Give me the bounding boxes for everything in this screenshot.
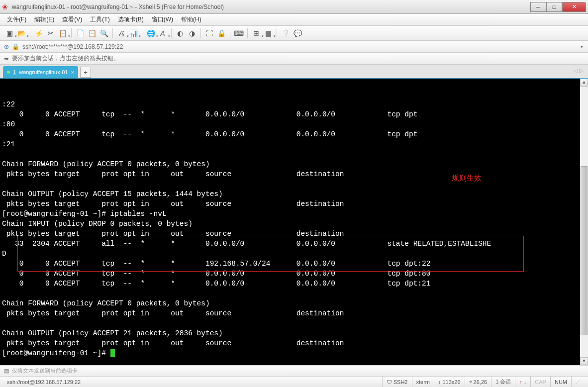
- fullscreen-icon[interactable]: ⛶: [204, 28, 215, 39]
- status-connection: ssh://root@192.168.57.129:22: [3, 377, 382, 387]
- annotation-label: 规则生效: [452, 173, 482, 183]
- paste-icon[interactable]: 📋: [87, 28, 98, 39]
- status-num: NUM: [550, 377, 571, 387]
- terminal-line: pkts bytes target prot opt in out source…: [2, 169, 586, 179]
- font-icon[interactable]: A: [157, 28, 168, 39]
- maximize-button[interactable]: □: [546, 2, 562, 12]
- terminal-line: 33 2304 ACCEPT all -- * * 0.0.0.0/0 0.0.…: [2, 239, 586, 249]
- terminal-line: 0 0 ACCEPT tcp -- * * 0.0.0.0/0 0.0.0.0/…: [2, 109, 586, 119]
- minimize-button[interactable]: ─: [530, 2, 546, 12]
- new-session-icon[interactable]: ▣: [4, 28, 15, 39]
- menu-file[interactable]: 文件(F): [4, 14, 29, 25]
- layout-icon[interactable]: ▦: [263, 28, 274, 39]
- disconnect-icon[interactable]: ✂: [45, 28, 56, 39]
- scroll-down-icon[interactable]: ▼: [580, 357, 588, 365]
- window-title: wangruifenglinux-01 - root@wangruifeng-0…: [12, 3, 530, 10]
- copy-icon[interactable]: 📄: [75, 28, 86, 39]
- terminal-line: [2, 149, 586, 159]
- palette-icon[interactable]: ◑: [187, 28, 197, 39]
- open-folder-icon[interactable]: 📂: [16, 28, 27, 39]
- window-controls: ─ □ ✕: [530, 2, 586, 12]
- terminal-line: :80: [2, 119, 586, 129]
- terminal-line: 0 0 ACCEPT tcp -- * * 0.0.0.0/0 0.0.0.0/…: [2, 279, 586, 289]
- terminal-line: [2, 289, 586, 298]
- terminal-line: pkts bytes target prot opt in out source…: [2, 229, 586, 239]
- statusbar: ssh://root@192.168.57.129:22 🛡 SSH2 xter…: [0, 376, 588, 387]
- terminal-line: pkts bytes target prot opt in out source…: [2, 338, 586, 348]
- keyboard-icon[interactable]: ⌨: [233, 28, 244, 39]
- compose-bar: ▧ 仅将文本发送到当前选项卡: [0, 365, 588, 376]
- infobar: ➥ 要添加当前会话，点击左侧的箭头按钮。: [0, 53, 588, 65]
- lock-icon: 🔒: [12, 43, 19, 50]
- terminal-line: [root@wangruifeng-01 ~]# iptables -nvL: [2, 209, 586, 219]
- terminal-line: [2, 179, 586, 189]
- terminal-line: Chain OUTPUT (policy ACCEPT 15 packets, …: [2, 189, 586, 199]
- menu-window[interactable]: 窗口(W): [149, 14, 176, 25]
- lock-icon[interactable]: 🔒: [216, 28, 227, 39]
- resize-grip-icon[interactable]: ⋰: [571, 377, 585, 387]
- scroll-up-icon[interactable]: ▲: [580, 79, 588, 87]
- scroll-thumb[interactable]: [581, 166, 588, 335]
- status-protocol: 🛡 SSH2: [382, 377, 412, 387]
- down-arrow-icon: ↓: [524, 379, 527, 385]
- titlebar: ❀ wangruifenglinux-01 - root@wangruifeng…: [0, 0, 588, 14]
- terminal-line: Chain INPUT (policy DROP 0 packets, 0 by…: [2, 219, 586, 229]
- bubble-icon[interactable]: 💬: [292, 28, 303, 39]
- pos-icon: ⌖: [469, 379, 472, 385]
- menu-tabs[interactable]: 选项卡(B): [115, 14, 147, 25]
- status-size: ↕ 113x26: [434, 377, 465, 387]
- tab-close-icon[interactable]: ×: [71, 69, 74, 75]
- color-icon[interactable]: ◐: [175, 28, 186, 39]
- terminal-line: Chain OUTPUT (policy ACCEPT 21 packets, …: [2, 328, 586, 338]
- status-traffic: ↑ ↓: [515, 377, 530, 387]
- addressbar: ⊕ 🔒 ssh://root:********@192.168.57.129:2…: [0, 41, 588, 53]
- tab-nav[interactable]: ◁ ▷: [574, 68, 583, 74]
- app-icon: ❀: [2, 3, 10, 11]
- reconnect-icon[interactable]: ⚡: [33, 28, 44, 39]
- terminal-line: 0 0 ACCEPT tcp -- * * 0.0.0.0/0 0.0.0.0/…: [2, 269, 586, 279]
- status-dot-icon: [7, 71, 10, 74]
- tab-label: wangruifenglinux-01: [19, 69, 68, 75]
- close-button[interactable]: ✕: [562, 2, 586, 12]
- compose-hint[interactable]: 仅将文本发送到当前选项卡: [12, 367, 78, 375]
- new-tab-button[interactable]: +: [80, 67, 91, 78]
- terminal-line: :22: [2, 99, 586, 109]
- tab-number: 1: [13, 69, 16, 75]
- address-url[interactable]: ssh://root:********@192.168.57.129:22: [22, 43, 123, 50]
- properties-icon[interactable]: 📋: [57, 28, 68, 39]
- toolbar: ▣ 📂 ⚡ ✂ 📋 📄 📋 🔍 🖨 📊 🌐 A ◐ ◑ ⛶ 🔒 ⌨ ⊞ ▦ ❔ …: [0, 26, 588, 41]
- terminal-line: :21: [2, 139, 586, 149]
- scrollbar[interactable]: ▲ ▼: [580, 79, 588, 365]
- scroll-track[interactable]: [580, 87, 588, 357]
- menu-help[interactable]: 帮助(H): [178, 14, 204, 25]
- terminal-line: Chain FORWARD (policy ACCEPT 0 packets, …: [2, 159, 586, 169]
- terminal-line: pkts bytes target prot opt in out source…: [2, 308, 586, 318]
- cursor-icon: [110, 349, 115, 357]
- status-pos: ⌖ 26,26: [465, 377, 491, 387]
- transfer-icon[interactable]: 🌐: [145, 28, 156, 39]
- terminal-line: Chain FORWARD (policy ACCEPT 0 packets, …: [2, 298, 586, 308]
- menu-edit[interactable]: 编辑(E): [31, 14, 57, 25]
- find-icon[interactable]: 🔍: [98, 28, 109, 39]
- terminal-line: [root@wangruifeng-01 ~]#: [2, 348, 586, 358]
- menu-view[interactable]: 查看(V): [59, 14, 85, 25]
- menubar: 文件(F) 编辑(E) 查看(V) 工具(T) 选项卡(B) 窗口(W) 帮助(…: [0, 14, 588, 26]
- help-icon[interactable]: ❔: [280, 28, 291, 39]
- menu-tools[interactable]: 工具(T): [87, 14, 112, 25]
- status-term: xterm: [412, 377, 434, 387]
- terminal-line: pkts bytes target prot opt in out source…: [2, 199, 586, 209]
- newtab-icon[interactable]: ⊞: [251, 28, 262, 39]
- terminal-line: D: [2, 249, 586, 259]
- up-arrow-icon: ↑: [519, 379, 522, 385]
- size-icon: ↕: [438, 379, 441, 385]
- arrow-icon[interactable]: ➥: [4, 55, 9, 62]
- address-dropdown-icon[interactable]: ▾: [581, 44, 583, 49]
- tabbar: 1 wangruifenglinux-01 × + ◁ ▷: [0, 65, 588, 79]
- print-icon[interactable]: 🖨: [116, 28, 127, 39]
- terminal[interactable]: :22 0 0 ACCEPT tcp -- * * 0.0.0.0/0 0.0.…: [0, 79, 588, 365]
- compose-icon[interactable]: ▧: [4, 368, 9, 374]
- log-icon[interactable]: 📊: [128, 28, 139, 39]
- session-tab[interactable]: 1 wangruifenglinux-01 ×: [3, 66, 78, 78]
- status-cap: CAP: [530, 377, 550, 387]
- plus-icon[interactable]: ⊕: [4, 43, 9, 50]
